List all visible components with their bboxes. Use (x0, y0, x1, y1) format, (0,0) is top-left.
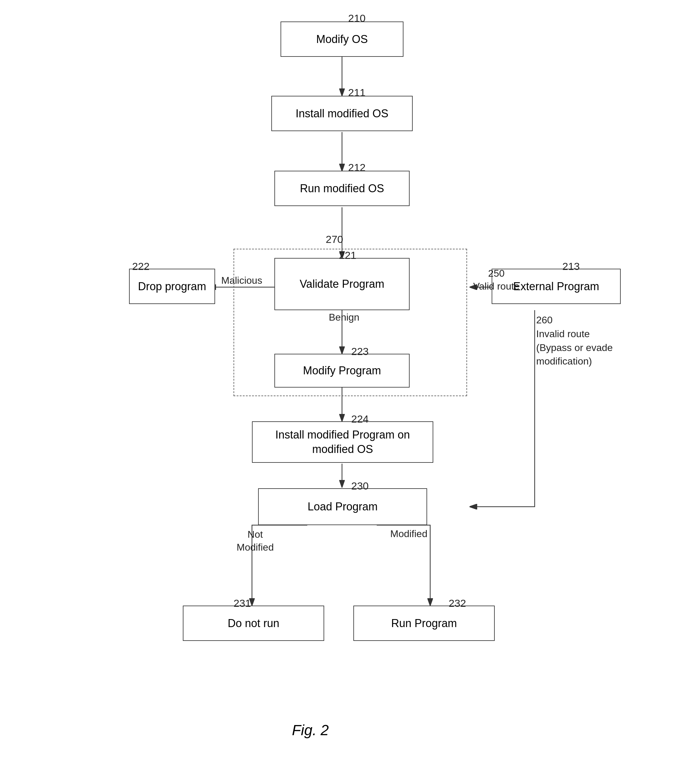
box-do-not-run: Do not run (183, 605, 324, 641)
ref-210: 210 (348, 12, 366, 24)
box-validate-program: Validate Program (274, 258, 410, 310)
label-malicious: Malicious (221, 275, 262, 286)
diagram-container: Modify OS 210 Install modified OS 211 Ru… (0, 0, 684, 784)
ref-270: 270 (326, 233, 343, 245)
label-modify-os: Modify OS (316, 33, 368, 46)
label-validate-program: Validate Program (300, 278, 384, 290)
ref-213: 213 (562, 261, 580, 272)
label-load-program: Load Program (308, 500, 377, 513)
label-run-program: Run Program (391, 617, 457, 630)
box-run-program: Run Program (353, 605, 495, 641)
label-modify-program: Modify Program (303, 364, 381, 377)
ref-230: 230 (351, 480, 369, 492)
label-drop-program: Drop program (138, 280, 206, 293)
label-invalid-route: 260Invalid route(Bypass or evademodifica… (536, 313, 613, 368)
label-run-modified-os: Run modified OS (300, 182, 384, 195)
figure-label: Fig. 2 (292, 722, 329, 739)
ref-232: 232 (448, 597, 466, 609)
box-load-program: Load Program (258, 488, 427, 525)
box-modify-os: Modify OS (281, 21, 403, 57)
label-modified: Modified (390, 528, 428, 539)
label-do-not-run: Do not run (228, 617, 279, 630)
ref-212: 212 (348, 161, 366, 174)
ref-221: 221 (339, 250, 357, 261)
box-modify-program: Modify Program (274, 354, 410, 388)
label-not-modified: NotModified (237, 528, 274, 554)
box-run-modified-os: Run modified OS (274, 171, 410, 206)
label-valid-route: 250Valid route (473, 267, 519, 293)
label-external-program: External Program (513, 280, 599, 293)
ref-211: 211 (348, 87, 366, 98)
label-install-modified-os: Install modified OS (295, 107, 389, 120)
ref-231: 231 (234, 597, 251, 609)
ref-222: 222 (132, 261, 150, 272)
box-drop-program: Drop program (129, 269, 215, 304)
ref-224: 224 (351, 413, 369, 425)
ref-223: 223 (351, 346, 369, 357)
label-install-modified-program: Install modified Program on modified OS (256, 428, 429, 457)
label-benign: Benign (329, 312, 360, 323)
box-install-modified-program: Install modified Program on modified OS (252, 421, 433, 463)
box-install-modified-os: Install modified OS (271, 96, 413, 131)
